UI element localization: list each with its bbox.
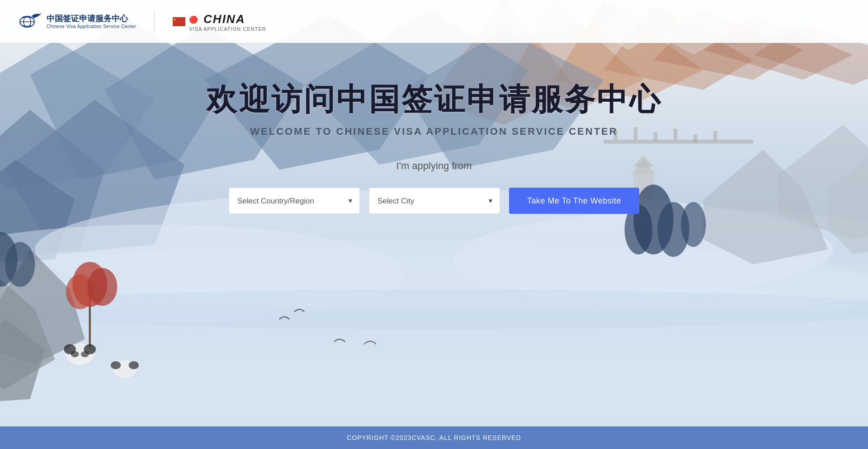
cvasc-logo-en: Chinese Visa Application Service Center [47,24,136,29]
country-select[interactable]: Select Country/Region [229,188,360,214]
china-vac-title: 🔴 CHINA [189,12,266,26]
logo-china-vac: 🔴 CHINA VISA APPLICATION CENTER [173,12,266,32]
take-me-to-website-button[interactable]: Take Me To The Website [509,188,639,214]
city-select-wrapper: Select City ▼ [369,188,500,214]
country-select-wrapper: Select Country/Region ▼ [229,188,360,214]
copyright-text: COPYRIGHT ©2023CVASC, ALL RIGHTS RESERVE… [347,434,521,441]
footer: COPYRIGHT ©2023CVASC, ALL RIGHTS RESERVE… [0,426,868,449]
city-select[interactable]: Select City [369,188,500,214]
page-title-cn: 欢迎访问中国签证申请服务中心 [206,79,662,120]
china-vac-text-block: 🔴 CHINA VISA APPLICATION CENTER [189,12,266,32]
china-flag-icon [173,17,185,26]
cvasc-logo-icon [18,9,43,34]
page-title-en: WELCOME TO CHINESE VISA APPLICATION SERV… [250,126,618,137]
logo-cvasc: 中国签证申请服务中心 Chinese Visa Application Serv… [18,9,136,34]
cvasc-logo-text-block: 中国签证申请服务中心 Chinese Visa Application Serv… [47,14,136,29]
header: 中国签证申请服务中心 Chinese Visa Application Serv… [0,0,868,43]
controls-row: Select Country/Region ▼ Select City ▼ Ta… [229,188,639,214]
cvasc-logo-cn: 中国签证申请服务中心 [47,14,136,24]
china-vac-subtitle: VISA APPLICATION CENTER [189,26,266,32]
applying-from-label: I'm applying from [396,160,472,172]
main-content: 欢迎访问中国签证申请服务中心 WELCOME TO CHINESE VISA A… [0,43,868,426]
header-divider [154,10,155,33]
